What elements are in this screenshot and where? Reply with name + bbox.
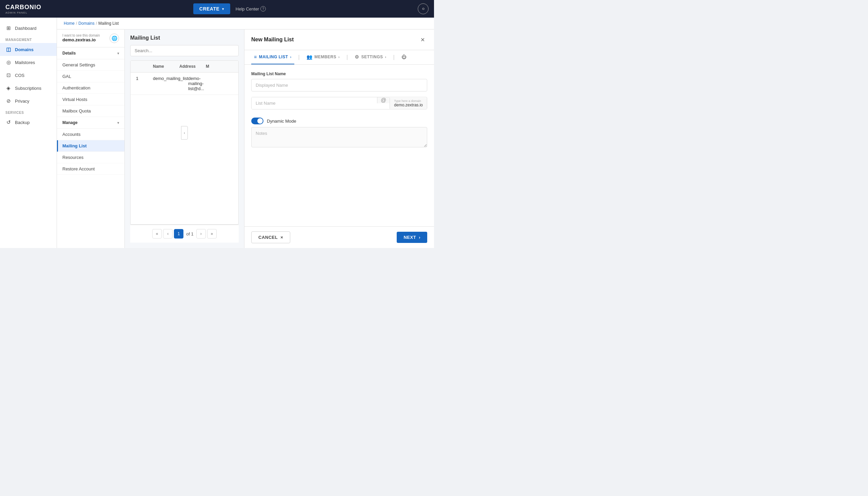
col-name: Name (153, 64, 179, 69)
table-header: Name Address M (131, 61, 238, 73)
nav-item-mailbox-quota[interactable]: Mailbox Quota (57, 105, 124, 117)
domain-panel: I want to see this domain demo.zextras.i… (57, 30, 125, 248)
main-content: Home / Domains / Mailing List I want to … (57, 18, 434, 248)
sidebar-item-mailstores[interactable]: ◎ Mailstores (0, 56, 57, 69)
globe-icon[interactable]: 🌐 (109, 33, 119, 43)
dynamic-mode-toggle[interactable] (251, 118, 264, 124)
tab-separator-1: | (298, 54, 300, 60)
domain-type-label: Type here a domain (394, 99, 423, 103)
panel-close-button[interactable]: ✕ (418, 35, 427, 44)
settings-tab-chevron: › (385, 55, 387, 59)
details-section: Details ▾ General Settings GAL Authentic… (57, 47, 124, 117)
sidebar-item-label-privacy: Privacy (15, 98, 30, 104)
tab-settings[interactable]: ⚙ SETTINGS › (352, 50, 389, 64)
breadcrumb: Home / Domains / Mailing List (57, 18, 434, 30)
domain-name-value: demo.zextras.io (62, 37, 100, 42)
breadcrumb-home[interactable]: Home (64, 21, 75, 26)
page-first-button[interactable]: « (152, 229, 162, 238)
nav-item-virtual-hosts[interactable]: Virtual Hosts (57, 94, 124, 105)
breadcrumb-sep2: / (96, 21, 97, 26)
sidebar-item-dashboard[interactable]: ⊞ Dashboard (0, 22, 57, 34)
sidebar-item-label-domains: Domains (15, 47, 33, 52)
panel-body: Mailing List Name @ Type here a domain d… (244, 65, 434, 226)
members-tab-chevron: › (339, 55, 340, 59)
nav-item-mailing-list[interactable]: Mailing List (57, 140, 124, 152)
logo: CARBONIO ADMIN PANEL (5, 4, 41, 14)
col-address: Address (179, 64, 206, 69)
sidebar-item-domains[interactable]: ◫ Domains (0, 43, 57, 56)
manage-section: Manage ▾ Accounts Mailing List Resources… (57, 117, 124, 175)
privacy-icon: ⊘ (5, 98, 12, 104)
tab-members[interactable]: 👥 MEMBERS › (304, 50, 342, 64)
sidebar-item-cos[interactable]: ⊡ COS (0, 69, 57, 82)
list-name-group: @ Type here a domain demo.zextras.io (251, 97, 427, 109)
mailing-list-name-label: Mailing List Name (251, 72, 427, 76)
search-input[interactable] (130, 45, 239, 56)
col-index (136, 64, 153, 69)
manage-label: Manage (62, 120, 78, 125)
details-label: Details (62, 51, 76, 56)
page-current-button[interactable]: 1 (174, 229, 183, 238)
domain-label-text: I want to see this domain (62, 33, 100, 37)
help-circle-icon: ? (260, 6, 266, 12)
col-m: M (206, 64, 233, 69)
nav-item-resources[interactable]: Resources (57, 152, 124, 163)
sidebar-item-label-subscriptions: Subscriptions (15, 86, 41, 91)
list-name-row: @ Type here a domain demo.zextras.io (251, 97, 427, 109)
user-avatar-icon[interactable]: ⚬ (418, 3, 429, 14)
domains-icon: ◫ (5, 46, 12, 52)
collapse-toggle[interactable]: ‹ (181, 126, 188, 140)
breadcrumb-domains[interactable]: Domains (78, 21, 94, 26)
page-prev-button[interactable]: ‹ (163, 229, 173, 238)
row-index: 1 (136, 76, 153, 91)
nav-item-gal[interactable]: GAL (57, 71, 124, 82)
help-center-link[interactable]: Help Center ? (236, 6, 266, 12)
sidebar-item-privacy[interactable]: ⊘ Privacy (0, 94, 57, 107)
create-button[interactable]: CREATE ▾ (193, 3, 230, 14)
sidebar-item-backup[interactable]: ↺ Backup (0, 116, 57, 129)
tab-mailing-list[interactable]: ≡ MAILING LIST › (251, 50, 294, 64)
manage-section-header[interactable]: Manage ▾ (57, 117, 124, 129)
panel-footer: CANCEL × NEXT › (244, 226, 434, 248)
help-center-label: Help Center (236, 6, 259, 12)
nav-item-authentication[interactable]: Authentication (57, 82, 124, 94)
panel-title: New Mailing List (251, 36, 294, 43)
table-container: Name Address M 1 demo_mailing_list demo-… (130, 60, 239, 224)
sidebar-item-label-cos: COS (15, 73, 25, 78)
sidebar-item-subscriptions[interactable]: ◈ Subscriptions (0, 82, 57, 94)
breadcrumb-current: Mailing List (98, 21, 119, 26)
tab-mailing-list-label: MAILING LIST (259, 55, 288, 59)
topbar-center: CREATE ▾ Help Center ? (193, 3, 266, 14)
table-row[interactable]: 1 demo_mailing_list demo-mailing-list@d.… (131, 73, 238, 95)
nav-item-restore-account[interactable]: Restore Account (57, 163, 124, 175)
mailstores-icon: ◎ (5, 59, 12, 65)
create-chevron-icon: ▾ (222, 7, 224, 11)
tab-members-label: MEMBERS (314, 55, 336, 59)
notes-input[interactable] (251, 127, 427, 148)
backup-icon: ↺ (5, 119, 12, 125)
page-last-button[interactable]: » (207, 229, 217, 238)
list-name-input[interactable] (252, 97, 377, 109)
members-tab-icon: 👥 (306, 54, 313, 60)
cancel-label: CANCEL (258, 235, 278, 240)
settings-tab-icon: ⚙ (355, 54, 359, 60)
dashboard-icon: ⊞ (5, 25, 12, 31)
page-next-button[interactable]: › (196, 229, 206, 238)
cancel-button[interactable]: CANCEL × (251, 231, 290, 243)
details-section-header[interactable]: Details ▾ (57, 47, 124, 59)
toggle-knob (257, 118, 263, 124)
topbar-right: ⚬ (418, 3, 429, 14)
next-icon: › (419, 235, 420, 240)
next-button[interactable]: NEXT › (397, 232, 427, 243)
row-name: demo_mailing_list (153, 76, 188, 91)
displayed-name-input[interactable] (251, 79, 427, 92)
logo-sub: ADMIN PANEL (5, 12, 41, 14)
nav-item-accounts[interactable]: Accounts (57, 129, 124, 140)
mailing-list-tab-chevron: › (290, 55, 291, 59)
row-address: demo-mailing-list@d... (188, 76, 206, 91)
domain-header: I want to see this domain demo.zextras.i… (57, 30, 124, 47)
tab-power[interactable]: ⏻ (399, 50, 409, 64)
nav-item-general-settings[interactable]: General Settings (57, 59, 124, 71)
tab-separator-2: | (346, 54, 348, 60)
sidebar-item-label-dashboard: Dashboard (15, 26, 36, 31)
